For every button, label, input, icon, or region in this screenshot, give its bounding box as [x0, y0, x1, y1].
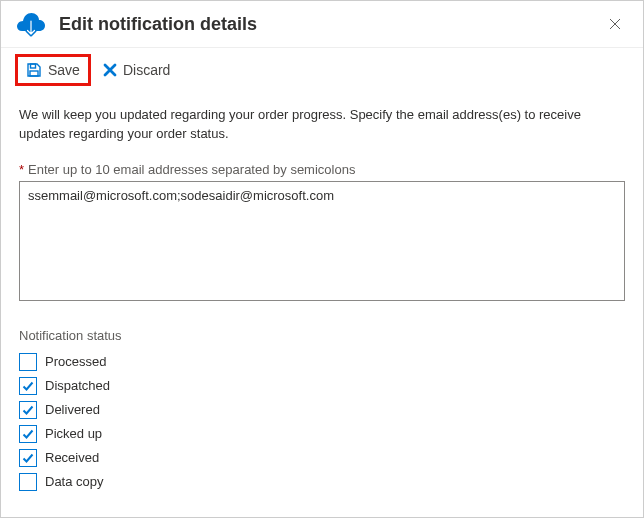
- save-button[interactable]: Save: [24, 60, 82, 80]
- checkbox[interactable]: [19, 401, 37, 419]
- save-highlight: Save: [15, 54, 91, 86]
- checkmark-icon: [21, 403, 35, 417]
- svg-rect-0: [31, 64, 36, 68]
- close-button[interactable]: [601, 10, 629, 38]
- checkbox-label: Delivered: [45, 402, 100, 417]
- discard-icon: [103, 63, 117, 77]
- content-area: We will keep you updated regarding your …: [1, 92, 643, 511]
- checkbox-label: Received: [45, 450, 99, 465]
- description-text: We will keep you updated regarding your …: [19, 106, 625, 144]
- checkbox[interactable]: [19, 425, 37, 443]
- checkmark-icon: [21, 427, 35, 441]
- required-indicator: *: [19, 162, 24, 177]
- checkbox-label: Data copy: [45, 474, 104, 489]
- checkbox-label: Processed: [45, 354, 106, 369]
- cloud-import-icon: [15, 9, 47, 39]
- checkmark-icon: [21, 379, 35, 393]
- save-label: Save: [48, 62, 80, 78]
- svg-rect-1: [30, 71, 38, 76]
- email-field-label: *Enter up to 10 email addresses separate…: [19, 162, 625, 177]
- status-checkbox-row[interactable]: Processed: [19, 353, 625, 371]
- checkbox[interactable]: [19, 353, 37, 371]
- email-addresses-input[interactable]: [19, 181, 625, 301]
- panel-header: Edit notification details: [1, 1, 643, 48]
- checkmark-icon: [21, 451, 35, 465]
- status-checkbox-list: ProcessedDispatchedDeliveredPicked upRec…: [19, 353, 625, 491]
- status-checkbox-row[interactable]: Dispatched: [19, 377, 625, 395]
- discard-label: Discard: [123, 62, 170, 78]
- checkbox[interactable]: [19, 449, 37, 467]
- status-checkbox-row[interactable]: Received: [19, 449, 625, 467]
- toolbar: Save Discard: [1, 48, 643, 92]
- checkbox[interactable]: [19, 473, 37, 491]
- discard-button[interactable]: Discard: [101, 60, 172, 80]
- checkbox-label: Picked up: [45, 426, 102, 441]
- status-checkbox-row[interactable]: Data copy: [19, 473, 625, 491]
- checkbox[interactable]: [19, 377, 37, 395]
- panel-title: Edit notification details: [59, 14, 601, 35]
- status-section-label: Notification status: [19, 328, 625, 343]
- close-icon: [609, 18, 621, 30]
- status-checkbox-row[interactable]: Delivered: [19, 401, 625, 419]
- checkbox-label: Dispatched: [45, 378, 110, 393]
- status-checkbox-row[interactable]: Picked up: [19, 425, 625, 443]
- save-icon: [26, 62, 42, 78]
